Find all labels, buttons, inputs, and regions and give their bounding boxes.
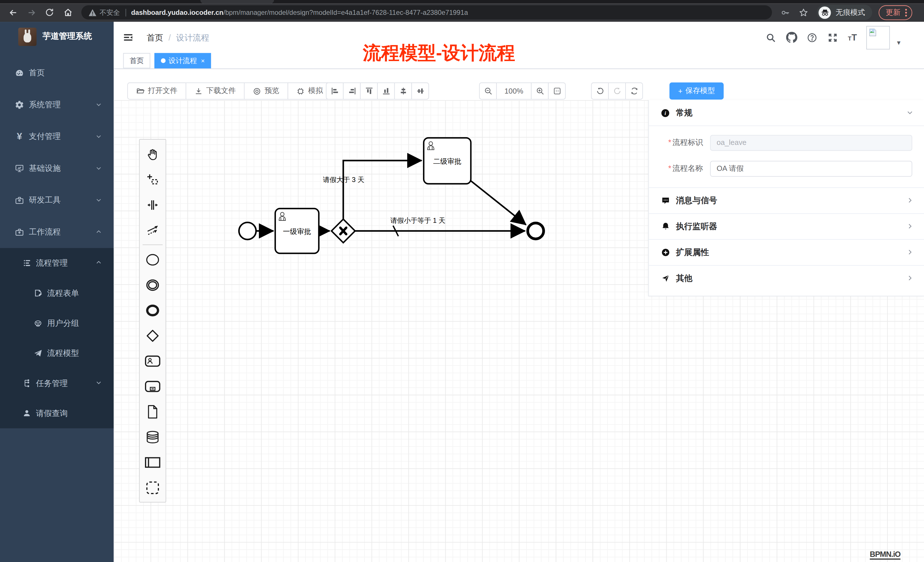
sidebar: 芋道管理系统 首页 系统管理 ¥ 支付管理 — [0, 22, 114, 562]
sidebar-item-task-mgmt[interactable]: 任务管理 — [0, 368, 114, 398]
download-file-button[interactable]: 下载文件 — [186, 82, 245, 100]
tab-home[interactable]: 首页 — [123, 53, 150, 69]
chevron-down-icon — [96, 196, 102, 205]
flow-task2-to-end — [471, 181, 526, 225]
list-icon — [22, 259, 31, 268]
section-extended-attrs[interactable]: 扩展属性 — [649, 240, 924, 265]
sidebar-item-infra[interactable]: 基础设施 — [0, 153, 114, 184]
workflow-submenu: 流程管理 流程表单 用户分组 — [0, 248, 114, 428]
chevron-down-icon — [96, 132, 102, 141]
process-name-input[interactable] — [710, 160, 912, 177]
zoom-out-icon[interactable] — [479, 82, 497, 100]
sidebar-item-label: 流程管理 — [36, 258, 68, 268]
tag-view-bar: 首页 设计流程 × — [114, 53, 924, 69]
help-icon[interactable] — [807, 32, 818, 43]
sidebar-item-label: 基础设施 — [29, 163, 61, 174]
avatar[interactable] — [866, 25, 890, 49]
sidebar-item-devtools[interactable]: 研发工具 — [0, 184, 114, 216]
sidebar-item-user-group[interactable]: 用户分组 — [0, 308, 114, 338]
align-left-icon[interactable] — [326, 82, 344, 100]
chrome-menu-icon[interactable] — [905, 9, 907, 16]
process-name-label: *流程名称 — [661, 163, 703, 174]
user-icon — [22, 409, 31, 418]
sidebar-item-process-mgmt[interactable]: 流程管理 — [0, 248, 114, 278]
sidebar-item-label: 首页 — [29, 67, 45, 78]
section-other[interactable]: 其他 — [649, 265, 924, 291]
zoom-reset-icon[interactable] — [548, 82, 566, 100]
redo-icon[interactable] — [608, 82, 626, 100]
align-top-icon[interactable] — [360, 82, 378, 100]
sidebar-collapse-icon[interactable] — [123, 32, 134, 45]
not-secure-icon[interactable] — [88, 9, 97, 16]
search-icon[interactable] — [765, 32, 777, 43]
sidebar-item-home[interactable]: 首页 — [0, 57, 114, 89]
zoom-level[interactable]: 100% — [496, 82, 532, 100]
sidebar-item-process-model[interactable]: 流程模型 — [0, 338, 114, 368]
not-secure-label: 不安全 — [100, 8, 120, 17]
comment-icon — [661, 196, 670, 205]
sidebar-item-payment[interactable]: ¥ 支付管理 — [0, 121, 114, 153]
chevron-down-icon — [96, 164, 102, 173]
home-icon[interactable] — [63, 7, 73, 18]
process-key-input[interactable] — [710, 135, 912, 151]
chevron-up-icon — [96, 228, 102, 237]
svg-text:i: i — [664, 110, 666, 116]
fullscreen-icon[interactable] — [827, 32, 838, 43]
github-icon[interactable] — [786, 32, 797, 43]
align-right-icon[interactable] — [343, 82, 361, 100]
breadcrumb-current: 设计流程 — [176, 33, 209, 43]
address-bar[interactable]: 不安全 dashboard.yudao.iocoder.cn /bpm/mana… — [81, 5, 772, 20]
chevron-right-icon — [906, 273, 914, 283]
paper-plane-icon — [34, 349, 42, 358]
align-middle-icon[interactable] — [394, 82, 412, 100]
font-size-icon[interactable]: TT — [848, 33, 857, 42]
sidebar-item-workflow[interactable]: 工作流程 — [0, 216, 114, 248]
bpmn-io-watermark[interactable]: BPMN.iO — [870, 550, 901, 560]
save-model-button[interactable]: + 保存模型 — [669, 82, 724, 100]
section-message-signal[interactable]: 消息与信号 — [649, 188, 924, 213]
close-icon[interactable]: × — [201, 54, 205, 68]
tree-icon — [22, 379, 31, 388]
send-icon — [661, 274, 670, 283]
chevron-right-icon — [906, 221, 914, 232]
sidebar-item-leave-query[interactable]: 请假查询 — [0, 398, 114, 428]
document-edit-icon — [34, 289, 42, 298]
incognito-label: 无痕模式 — [836, 7, 865, 17]
bell-icon — [661, 222, 670, 231]
simulate-button[interactable]: 模拟 — [288, 82, 332, 100]
designer-toolbar: 打开文件 下载文件 预览 模拟 — [114, 82, 924, 100]
password-key-icon[interactable] — [780, 7, 790, 17]
zoom-in-icon[interactable] — [531, 82, 549, 100]
sidebar-item-system[interactable]: 系统管理 — [0, 89, 114, 121]
section-general[interactable]: i 常规 — [649, 100, 924, 126]
forward-icon[interactable] — [26, 7, 36, 18]
chevron-down-icon[interactable] — [906, 108, 914, 118]
align-bottom-icon[interactable] — [377, 82, 395, 100]
breadcrumb-separator: / — [169, 33, 171, 43]
browser-tabstrip — [0, 0, 924, 3]
breadcrumb-home[interactable]: 首页 — [147, 33, 163, 43]
back-icon[interactable] — [8, 7, 18, 18]
restart-icon[interactable] — [625, 82, 643, 100]
sidebar-item-label: 流程模型 — [47, 348, 79, 358]
bpmn-diagram[interactable]: 一级审批 二级审批 — [114, 100, 648, 562]
preview-button[interactable]: 预览 — [244, 82, 288, 100]
tab-label: 设计流程 — [169, 54, 197, 68]
sidebar-item-label: 任务管理 — [36, 378, 68, 388]
bpmn-canvas[interactable]: 一级审批 二级审批 — [114, 100, 924, 562]
open-file-button[interactable]: 打开文件 — [127, 82, 186, 100]
start-event — [239, 223, 256, 240]
align-center-icon[interactable] — [411, 82, 429, 100]
chrome-update-button[interactable]: 更新 — [879, 5, 912, 20]
logo-image — [18, 27, 36, 46]
section-execution-listener[interactable]: 执行监听器 — [649, 214, 924, 239]
avatar-caret-icon[interactable]: ▼ — [896, 39, 902, 46]
bookmark-star-icon[interactable] — [798, 7, 808, 17]
sidebar-logo[interactable]: 芋道管理系统 — [0, 22, 114, 51]
reload-icon[interactable] — [44, 7, 55, 18]
undo-icon[interactable] — [591, 82, 609, 100]
general-fields: *流程标识 *流程名称 — [649, 126, 924, 187]
sidebar-item-process-form[interactable]: 流程表单 — [0, 278, 114, 308]
tab-design-process[interactable]: 设计流程 × — [154, 53, 211, 69]
toolbox-icon — [15, 196, 24, 205]
